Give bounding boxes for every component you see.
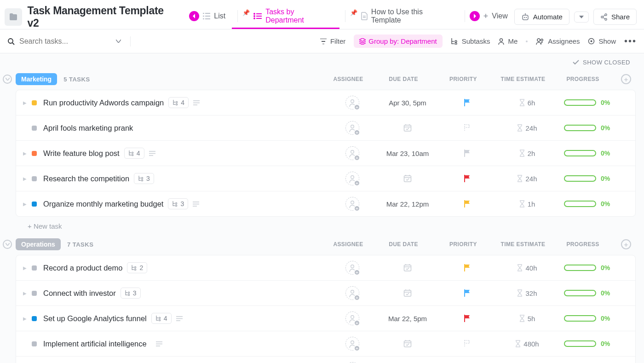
col-header-due-date[interactable]: DUE DATE — [374, 76, 433, 82]
status-indicator[interactable] — [32, 316, 37, 321]
col-header-progress[interactable]: PROGRESS — [553, 241, 613, 248]
add-column-button[interactable]: + — [621, 239, 631, 249]
due-date-cell[interactable] — [378, 289, 437, 297]
add-column-button[interactable]: + — [621, 74, 631, 84]
new-task-button[interactable]: + New task — [3, 217, 636, 230]
task-row[interactable]: ▶ Connect with investor 3 + 32h 0% — [16, 281, 635, 306]
assignee-cell[interactable]: + — [327, 286, 378, 300]
task-title[interactable]: April fools marketing prank — [43, 124, 133, 133]
collapse-button[interactable] — [3, 75, 12, 84]
assignee-cell[interactable]: + — [327, 121, 378, 135]
col-header-priority[interactable]: PRIORITY — [433, 76, 493, 82]
task-title[interactable]: Implement artificial intelligence — [43, 340, 147, 348]
subtask-badge[interactable]: 4 — [124, 148, 144, 159]
col-header-priority[interactable]: PRIORITY — [433, 241, 493, 248]
task-row[interactable]: Implement artificial intelligence + 480h… — [16, 331, 635, 357]
task-title[interactable]: Write feature blog post — [43, 149, 120, 158]
priority-cell[interactable] — [437, 149, 497, 157]
subtask-badge[interactable]: 4 — [168, 97, 189, 108]
subtasks-button[interactable]: Subtasks — [451, 37, 490, 45]
col-header-assignee[interactable]: ASSIGNEE — [323, 76, 374, 82]
more-button[interactable]: ••• — [624, 36, 637, 46]
description-icon[interactable] — [176, 316, 183, 321]
assignee-cell[interactable]: + — [327, 172, 378, 185]
task-row[interactable]: April fools marketing prank + 24h 0% — [16, 115, 635, 141]
group-label[interactable]: Operations — [16, 238, 61, 250]
time-estimate-cell[interactable]: 6h — [497, 99, 557, 107]
add-assignee-icon[interactable]: + — [345, 337, 359, 351]
task-title[interactable]: Organize monthly marketing budget — [43, 200, 163, 208]
task-row[interactable]: ▶ Write feature blog post 4 + Mar 23, 10… — [16, 141, 635, 166]
expand-icon[interactable]: ▶ — [23, 176, 27, 181]
me-button[interactable]: Me — [498, 37, 518, 45]
priority-flag-icon[interactable] — [464, 314, 471, 323]
expand-icon[interactable]: ▶ — [23, 100, 27, 105]
priority-cell[interactable] — [437, 264, 497, 272]
task-title[interactable]: Set up Google Analytics funnel — [43, 314, 147, 323]
subtask-badge[interactable]: 3 — [168, 198, 188, 209]
calendar-icon[interactable] — [403, 174, 412, 183]
time-estimate-cell[interactable]: 2h — [497, 150, 557, 157]
due-date[interactable]: Apr 30, 5pm — [389, 99, 426, 107]
priority-cell[interactable] — [437, 314, 497, 323]
priority-flag-icon[interactable] — [464, 340, 471, 348]
add-assignee-icon[interactable]: + — [345, 286, 359, 300]
description-icon[interactable] — [193, 100, 200, 105]
time-estimate-cell[interactable]: 40h — [497, 264, 557, 272]
due-date-cell[interactable]: Mar 22, 5pm — [378, 315, 437, 323]
assignee-cell[interactable]: + — [327, 311, 378, 325]
progress-cell[interactable]: 0% — [557, 150, 617, 157]
add-assignee-icon[interactable]: + — [345, 261, 359, 275]
time-estimate-cell[interactable]: 480h — [497, 340, 557, 348]
expand-icon[interactable]: ▶ — [23, 265, 27, 271]
due-date[interactable]: Mar 23, 10am — [386, 150, 429, 157]
show-button[interactable]: Show — [588, 37, 616, 45]
subtask-badge[interactable]: 3 — [121, 288, 141, 299]
task-title[interactable]: Connect with investor — [43, 289, 116, 298]
subtask-badge[interactable]: 3 — [134, 173, 154, 184]
progress-cell[interactable]: 0% — [557, 200, 617, 207]
description-icon[interactable] — [193, 202, 199, 207]
add-assignee-icon[interactable]: + — [345, 96, 359, 109]
col-header-progress[interactable]: PROGRESS — [553, 76, 613, 82]
status-indicator[interactable] — [32, 202, 37, 207]
calendar-icon[interactable] — [403, 340, 412, 348]
assignee-cell[interactable]: + — [327, 261, 378, 275]
expand-icon[interactable]: ▶ — [23, 291, 27, 296]
priority-cell[interactable] — [437, 289, 497, 297]
task-row[interactable]: ▶ Research the competition 3 + 24h 0% — [16, 166, 635, 191]
due-date-cell[interactable] — [378, 264, 437, 272]
add-assignee-icon[interactable]: + — [345, 311, 359, 325]
share-button[interactable]: Share — [593, 9, 637, 25]
priority-cell[interactable] — [437, 200, 497, 208]
assignees-button[interactable]: Assignees — [536, 37, 580, 45]
due-date-cell[interactable]: Mar 22, 12pm — [378, 200, 437, 208]
description-icon[interactable] — [156, 341, 162, 346]
group-label[interactable]: Marketing — [16, 73, 57, 85]
priority-cell[interactable] — [437, 124, 497, 132]
assignee-cell[interactable]: + — [327, 96, 378, 109]
calendar-icon[interactable] — [403, 124, 412, 132]
collapse-button[interactable] — [3, 240, 12, 249]
calendar-icon[interactable] — [403, 289, 412, 297]
status-indicator[interactable] — [32, 176, 37, 181]
col-header-time-estimate[interactable]: TIME ESTIMATE — [493, 241, 553, 248]
col-header-time-estimate[interactable]: TIME ESTIMATE — [493, 76, 553, 82]
time-estimate-cell[interactable]: 24h — [497, 124, 557, 132]
time-estimate-cell[interactable]: 24h — [497, 175, 557, 183]
tab-add-view[interactable]: + View — [459, 5, 514, 29]
priority-flag-icon[interactable] — [464, 98, 471, 107]
folder-icon[interactable] — [5, 8, 22, 26]
automate-dropdown[interactable] — [574, 12, 589, 23]
due-date-cell[interactable]: Mar 23, 10am — [378, 150, 437, 157]
expand-icon[interactable]: ▶ — [23, 316, 27, 321]
priority-flag-icon[interactable] — [464, 174, 471, 183]
group-by-chip[interactable]: Group by: Department — [354, 35, 442, 48]
priority-flag-icon[interactable] — [464, 264, 471, 272]
priority-cell[interactable] — [437, 174, 497, 183]
time-estimate-cell[interactable]: 5h — [497, 315, 557, 323]
due-date[interactable]: Mar 22, 5pm — [388, 315, 427, 323]
calendar-icon[interactable] — [403, 264, 412, 272]
status-indicator[interactable] — [32, 291, 37, 296]
due-date-cell[interactable] — [378, 174, 437, 183]
